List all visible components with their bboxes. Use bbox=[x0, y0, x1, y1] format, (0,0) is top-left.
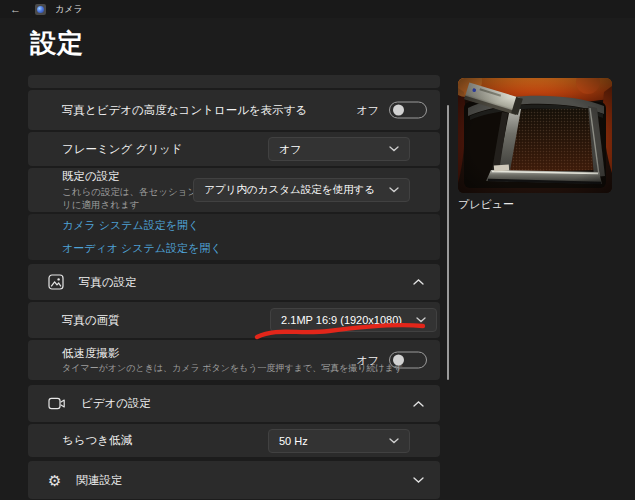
row-framing-grid: フレーミング グリッド オフ bbox=[28, 132, 440, 166]
chevron-down-icon[interactable] bbox=[413, 477, 424, 484]
titlebar: ← カメラ bbox=[0, 0, 635, 18]
chevron-down-icon bbox=[416, 317, 426, 323]
row-flicker-reduction: ちらつき低減 50 Hz bbox=[28, 424, 440, 457]
toggle-knob bbox=[393, 105, 404, 116]
camera-settings-window: { "titlebar": { "app_title": "カメラ" }, "p… bbox=[0, 0, 635, 500]
chevron-down-icon bbox=[389, 146, 399, 152]
advanced-controls-state: オフ bbox=[356, 103, 379, 118]
flicker-reduction-value: 50 Hz bbox=[279, 435, 308, 447]
related-settings-header[interactable]: ⚙ 関連設定 bbox=[28, 461, 440, 499]
camera-preview-image bbox=[458, 78, 612, 193]
back-button[interactable]: ← bbox=[10, 0, 21, 18]
page-title: 設定 bbox=[30, 26, 84, 61]
video-settings-label: ビデオの設定 bbox=[81, 396, 151, 411]
system-links-card: カメラ システム設定を開く オーディオ システム設定を開く bbox=[28, 214, 440, 260]
app-title: カメラ bbox=[55, 3, 83, 16]
time-lapse-state: オフ bbox=[356, 353, 379, 368]
open-audio-system-settings-link[interactable]: オーディオ システム設定を開く bbox=[62, 241, 440, 256]
clipped-row bbox=[28, 75, 440, 88]
row-advanced-controls: 写真とビデオの高度なコントロールを表示する オフ bbox=[28, 90, 440, 130]
time-lapse-description: タイマーがオンのときは、カメラ ボタンをもう一度押すまで、写真を撮り続けます bbox=[62, 363, 367, 375]
photo-settings-header[interactable]: 写真の設定 bbox=[28, 264, 440, 300]
vertical-scrollbar[interactable] bbox=[447, 105, 449, 380]
preview-label: プレビュー bbox=[458, 197, 514, 212]
settings-panel: 写真とビデオの高度なコントロールを表示する オフ フレーミング グリッド オフ … bbox=[28, 75, 440, 499]
video-settings-header[interactable]: ビデオの設定 bbox=[28, 385, 440, 422]
chevron-down-icon bbox=[389, 187, 399, 193]
framing-grid-value: オフ bbox=[279, 142, 302, 157]
row-time-lapse: 低速度撮影 タイマーがオンのときは、カメラ ボタンをもう一度押すまで、写真を撮り… bbox=[28, 340, 440, 380]
row-default-settings: 既定の設定 これらの設定は、各セッションの開始時にカメラ アプリに適用されます … bbox=[28, 168, 440, 212]
chevron-up-icon[interactable] bbox=[413, 279, 424, 286]
flicker-reduction-dropdown[interactable]: 50 Hz bbox=[268, 429, 410, 453]
advanced-controls-toggle[interactable] bbox=[389, 102, 427, 119]
default-settings-value: アプリ内のカスタム設定を使用する bbox=[204, 183, 375, 197]
toggle-knob bbox=[393, 355, 404, 366]
chevron-down-icon bbox=[389, 438, 399, 444]
gear-icon: ⚙ bbox=[48, 473, 61, 488]
chevron-up-icon[interactable] bbox=[413, 400, 424, 407]
photo-quality-value: 2.1MP 16:9 (1920x1080) bbox=[281, 314, 402, 326]
video-camera-icon bbox=[48, 397, 66, 410]
row-photo-quality: 写真の画質 2.1MP 16:9 (1920x1080) bbox=[28, 302, 440, 338]
open-camera-system-settings-link[interactable]: カメラ システム設定を開く bbox=[62, 218, 440, 233]
photo-icon bbox=[48, 274, 64, 290]
camera-app-icon bbox=[35, 4, 46, 15]
default-settings-dropdown[interactable]: アプリ内のカスタム設定を使用する bbox=[193, 178, 410, 202]
time-lapse-toggle[interactable] bbox=[389, 352, 427, 369]
photo-settings-label: 写真の設定 bbox=[79, 275, 137, 290]
photo-quality-dropdown[interactable]: 2.1MP 16:9 (1920x1080) bbox=[270, 308, 437, 332]
framing-grid-dropdown[interactable]: オフ bbox=[268, 137, 410, 161]
related-settings-label: 関連設定 bbox=[76, 473, 122, 488]
